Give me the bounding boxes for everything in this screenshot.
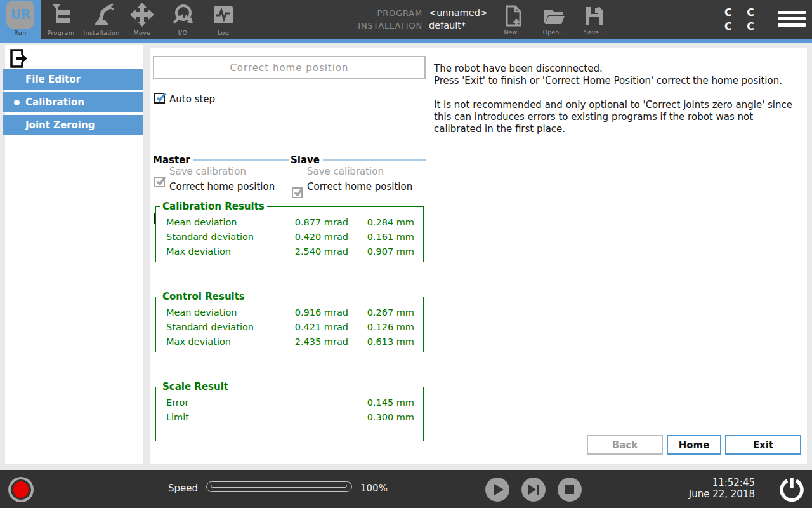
row-label: Mean deviation [166, 217, 273, 227]
open-button[interactable]: Open... [539, 5, 569, 36]
open-button-label: Open... [543, 29, 565, 36]
log-chart-icon [211, 0, 236, 29]
scale-result-box: Scale Result Error 0.145 mm Limit 0.300 … [155, 381, 424, 441]
row-mm: 0.300 mm [348, 412, 414, 422]
calibration-results-title: Calibration Results [160, 201, 267, 212]
tab-io-label: I/O [178, 29, 188, 36]
slave-title: Slave [291, 154, 320, 166]
calibration-results-box: Calibration Results Mean deviation 0.877… [155, 201, 424, 262]
master-section-header: Master [153, 154, 289, 166]
status-message-line2: Press 'Exit' to finish or 'Correct Home … [434, 75, 801, 87]
installation-name: default* [429, 20, 466, 30]
slave-save-calibration-label: Save calibration [307, 166, 384, 177]
tab-move[interactable]: Move [122, 0, 162, 39]
master-save-calibration-label: Save calibration [169, 166, 246, 177]
home-button[interactable]: Home [667, 435, 721, 455]
new-file-icon [504, 5, 523, 27]
date-value: June 22, 2018 [634, 488, 755, 500]
save-button-label: Save... [584, 29, 605, 36]
table-row: Limit 0.300 mm [166, 410, 414, 424]
back-button[interactable]: Back [587, 435, 663, 455]
speed-label: Speed [168, 483, 198, 494]
stop-button[interactable] [558, 478, 582, 502]
row-mm: 0.907 mm [348, 246, 414, 257]
sidebar-item-file-editor-label: File Editor [25, 74, 81, 85]
exit-button[interactable]: Exit [725, 435, 801, 455]
master-divider [193, 159, 289, 161]
program-tree-icon [48, 0, 74, 29]
table-row: Mean deviation 0.877 mrad 0.284 mm [166, 215, 414, 229]
row-mm: 0.161 mm [348, 232, 414, 242]
table-row: Max deviation 2.435 mrad 0.613 mm [166, 334, 414, 349]
program-installation-info: PROGRAM <unnamed> INSTALLATION default* [317, 6, 488, 32]
row-mm: 0.267 mm [348, 307, 414, 318]
robot-status-button[interactable] [8, 477, 34, 502]
play-button[interactable] [485, 478, 509, 502]
robot-arm-icon [89, 0, 114, 29]
status-letters: C C C C [724, 6, 754, 34]
program-name: <unnamed> [429, 8, 488, 18]
status-letters-row2: C C [724, 20, 754, 34]
new-button[interactable]: New... [498, 5, 528, 36]
sidebar-item-calibration-label: Calibration [25, 97, 84, 108]
step-icon [528, 485, 539, 495]
table-row: Standard deviation 0.421 mrad 0.126 mm [166, 319, 414, 334]
slave-correct-home-label: Correct home position [307, 181, 412, 192]
program-label: PROGRAM [317, 8, 422, 18]
control-results-box: Control Results Mean deviation 0.916 mra… [155, 291, 424, 352]
row-mm: 0.126 mm [348, 322, 414, 332]
tab-installation[interactable]: Installation [81, 0, 122, 39]
status-message-line1: The robot have been disconnected. [434, 63, 801, 75]
row-label: Max deviation [166, 337, 273, 347]
check-icon [155, 92, 166, 103]
row-mrad: 2.540 mrad [273, 246, 348, 257]
master-correct-home-label: Correct home position [169, 181, 275, 192]
power-button[interactable] [779, 476, 804, 502]
step-button[interactable] [521, 478, 546, 502]
row-mrad: 0.421 mrad [273, 322, 348, 332]
speed-slider[interactable] [206, 481, 352, 492]
auto-step-checkbox[interactable] [154, 93, 165, 104]
hamburger-menu-icon[interactable] [778, 11, 806, 30]
sidebar-item-calibration[interactable]: Calibration [3, 92, 143, 112]
open-folder-icon [542, 5, 565, 27]
master-save-calibration-checkbox[interactable] [154, 177, 165, 187]
table-row: Max deviation 2.540 mrad 0.907 mm [166, 244, 414, 258]
move-arrows-icon [129, 0, 155, 29]
row-label: Mean deviation [166, 307, 273, 318]
time-value: 11:52:45 [634, 477, 755, 488]
status-letters-row1: C C [724, 6, 754, 20]
sidebar-item-joint-zeroing[interactable]: Joint Zeroing [3, 115, 143, 135]
row-mrad: 0.877 mrad [273, 217, 348, 227]
save-button[interactable]: Save... [579, 5, 610, 36]
row-mrad: 0.420 mrad [273, 232, 348, 242]
save-floppy-icon [584, 5, 605, 27]
new-button-label: New... [504, 29, 523, 36]
exit-door-icon[interactable] [10, 49, 28, 68]
tab-move-label: Move [133, 29, 150, 36]
status-message: The robot have been disconnected. Press … [434, 63, 801, 135]
active-bullet-icon [14, 100, 20, 105]
row-mm: 0.145 mm [348, 398, 414, 408]
row-label: Standard deviation [166, 322, 273, 332]
row-mrad: 0.916 mrad [273, 307, 348, 318]
row-label: Standard deviation [166, 232, 273, 242]
master-title: Master [153, 154, 190, 166]
sidebar-item-file-editor[interactable]: File Editor [3, 69, 143, 90]
table-row: Mean deviation 0.916 mrad 0.267 mm [166, 305, 414, 319]
bottom-bar: Speed 100% 11:52:45 June 22, 2018 [0, 470, 812, 508]
tab-log[interactable]: Log [203, 0, 244, 39]
row-label: Error [166, 398, 273, 408]
slave-section-header: Slave [291, 154, 426, 166]
table-row: Error 0.145 mm [166, 395, 414, 410]
header-accent-strip [0, 39, 812, 43]
slave-save-calibration-checkbox[interactable] [292, 187, 303, 198]
tab-program[interactable]: Program [41, 0, 81, 39]
slave-divider [323, 159, 426, 161]
correct-home-position-button[interactable]: Correct home position [153, 56, 426, 79]
io-icon [170, 0, 195, 29]
row-mm: 0.613 mm [348, 337, 414, 347]
tab-run[interactable]: UR Run [0, 0, 41, 39]
stop-icon [565, 485, 574, 494]
tab-io[interactable]: I/O [162, 0, 203, 39]
